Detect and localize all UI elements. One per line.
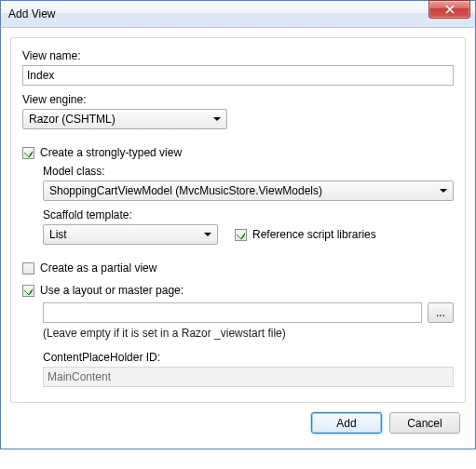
cancel-button[interactable]: Cancel bbox=[389, 412, 460, 434]
view-name-label: View name: bbox=[22, 49, 454, 62]
strongly-typed-label: Create a strongly-typed view bbox=[40, 146, 182, 159]
footer: Add Cancel bbox=[10, 403, 466, 439]
strongly-typed-checkbox[interactable] bbox=[22, 147, 34, 159]
scaffold-value: List bbox=[49, 228, 67, 241]
cph-row: ContentPlaceHolder ID: bbox=[43, 351, 454, 387]
view-engine-label: View engine: bbox=[22, 93, 454, 106]
layout-panel: ... (Leave empty if it is set in a Razor… bbox=[43, 302, 454, 387]
layout-path-row: ... bbox=[43, 302, 454, 323]
view-name-input[interactable] bbox=[22, 65, 454, 86]
view-engine-combo[interactable]: Razor (CSHTML) bbox=[22, 109, 227, 129]
model-class-label: Model class: bbox=[43, 165, 454, 178]
partial-checkbox[interactable] bbox=[22, 262, 34, 275]
model-class-value: ShoppingCartViewModel (MvcMusicStore.Vie… bbox=[49, 184, 322, 197]
ref-scripts-checkbox[interactable] bbox=[235, 229, 247, 241]
close-icon bbox=[444, 5, 456, 14]
cph-label: ContentPlaceHolder ID: bbox=[43, 351, 454, 364]
partial-label: Create as a partial view bbox=[40, 261, 156, 275]
add-button-label: Add bbox=[336, 417, 356, 430]
ref-scripts-row: Reference script libraries bbox=[235, 228, 376, 241]
layout-path-input[interactable] bbox=[43, 302, 422, 323]
use-layout-checkbox[interactable] bbox=[22, 285, 34, 297]
layout-hint: (Leave empty if it is set in a Razor _vi… bbox=[43, 327, 454, 340]
use-layout-label: Use a layout or master page: bbox=[40, 284, 184, 297]
scaffold-label: Scaffold template: bbox=[43, 208, 454, 221]
title-text: Add View bbox=[8, 7, 55, 20]
chevron-down-icon bbox=[209, 111, 224, 127]
model-class-row: Model class: ShoppingCartViewModel (MvcM… bbox=[43, 165, 454, 201]
ref-scripts-label: Reference script libraries bbox=[252, 228, 376, 241]
scaffold-flex: List Reference script libraries bbox=[43, 224, 454, 245]
use-layout-row: Use a layout or master page: bbox=[22, 284, 454, 297]
close-button[interactable] bbox=[428, 0, 470, 19]
scaffold-combo[interactable]: List bbox=[43, 224, 218, 245]
view-engine-row: View engine: Razor (CSHTML) bbox=[22, 93, 454, 129]
cancel-button-label: Cancel bbox=[407, 417, 442, 430]
model-class-combo[interactable]: ShoppingCartViewModel (MvcMusicStore.Vie… bbox=[43, 181, 454, 201]
strongly-typed-panel: Model class: ShoppingCartViewModel (MvcM… bbox=[43, 165, 454, 245]
browse-label: ... bbox=[436, 306, 445, 319]
add-button[interactable]: Add bbox=[311, 412, 382, 434]
view-engine-value: Razor (CSHTML) bbox=[29, 113, 116, 126]
group-box: View name: View engine: Razor (CSHTML) C… bbox=[10, 37, 466, 403]
browse-button[interactable]: ... bbox=[428, 302, 454, 323]
strongly-typed-row: Create a strongly-typed view bbox=[22, 146, 454, 159]
view-name-row: View name: bbox=[22, 49, 454, 86]
cph-input bbox=[43, 367, 454, 387]
dialog-body: View name: View engine: Razor (CSHTML) C… bbox=[0, 28, 476, 449]
titlebar: Add View bbox=[0, 0, 476, 28]
chevron-down-icon bbox=[435, 182, 451, 199]
chevron-down-icon bbox=[199, 226, 215, 243]
partial-row: Create as a partial view bbox=[22, 261, 454, 275]
scaffold-row: Scaffold template: List Reference script… bbox=[43, 208, 454, 245]
